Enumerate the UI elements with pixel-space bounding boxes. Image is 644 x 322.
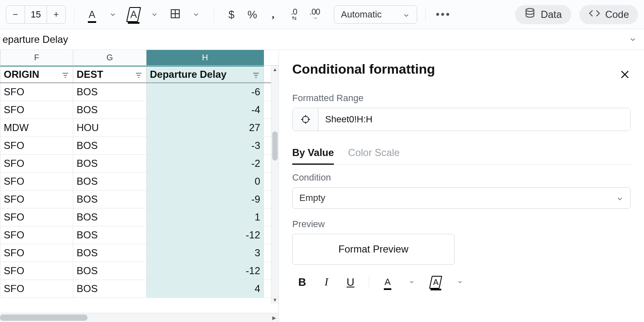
column-header-H[interactable]: H — [147, 50, 264, 65]
filter-icon[interactable] — [252, 70, 260, 79]
cell-origin[interactable]: SFO — [0, 280, 73, 297]
table-row[interactable]: SFOBOS-4 — [0, 101, 278, 119]
cell-origin[interactable]: MDW — [0, 119, 73, 136]
panel-fill-color-dropdown[interactable] — [450, 272, 470, 292]
tab-color-scale[interactable]: Color Scale — [348, 144, 400, 164]
horizontal-scrollbar[interactable]: ▶ — [0, 313, 278, 322]
table-row[interactable]: SFOBOS-2 — [0, 155, 278, 173]
table-row[interactable]: SFOBOS-3 — [0, 137, 278, 155]
vertical-scrollbar[interactable]: ▲ ▼ — [271, 66, 278, 304]
cell-origin[interactable]: SFO — [0, 208, 73, 226]
column-header-G[interactable]: G — [73, 50, 147, 65]
filter-icon[interactable] — [61, 70, 70, 79]
cell-delay[interactable]: -9 — [147, 191, 264, 208]
cell-delay[interactable]: 4 — [147, 280, 264, 297]
cell-origin[interactable]: SFO — [0, 191, 73, 208]
cell-delay[interactable]: -3 — [147, 137, 264, 154]
fill-color-dropdown[interactable] — [145, 5, 164, 24]
panel-text-color-dropdown[interactable] — [402, 272, 422, 292]
table-row[interactable]: SFOBOS4 — [0, 280, 278, 298]
cell-origin[interactable]: SFO — [0, 173, 73, 190]
range-input[interactable] — [318, 108, 630, 131]
increase-decimal-button[interactable]: .00→ — [306, 5, 324, 24]
formula-bar[interactable]: eparture Delay — [0, 29, 644, 50]
bold-button[interactable]: B — [292, 272, 312, 292]
cell-delay[interactable]: -6 — [147, 83, 264, 101]
scroll-thumb[interactable] — [272, 131, 278, 161]
data-chip[interactable]: Data — [515, 5, 571, 24]
cell-origin[interactable]: SFO — [0, 101, 73, 119]
cell-delay[interactable]: 0 — [147, 173, 264, 190]
fill-color-icon: A — [130, 9, 137, 20]
cell-dest[interactable]: HOU — [73, 119, 147, 136]
cell-delay[interactable]: -12 — [147, 262, 264, 280]
panel-fill-color-button[interactable]: A — [426, 272, 446, 292]
table-row[interactable]: SFOBOS-6 — [0, 83, 278, 101]
text-color-dropdown[interactable] — [104, 5, 122, 24]
underline-button[interactable]: U — [341, 272, 361, 292]
tab-by-value[interactable]: By Value — [292, 144, 334, 164]
cell-origin[interactable]: SFO — [0, 226, 73, 244]
table-row[interactable]: SFOBOS-9 — [0, 191, 278, 208]
cell-delay[interactable]: 27 — [147, 119, 264, 136]
cell-dest[interactable]: BOS — [73, 280, 147, 297]
cell-delay[interactable]: 1 — [147, 208, 264, 226]
table-row[interactable]: SFOBOS0 — [0, 173, 278, 191]
header-dest[interactable]: DEST — [73, 66, 147, 82]
cell-dest[interactable]: BOS — [73, 83, 147, 101]
chevron-down-icon[interactable] — [629, 36, 637, 43]
font-size-increase-button[interactable]: + — [47, 6, 65, 23]
cell-delay[interactable]: -4 — [147, 101, 264, 119]
close-button[interactable] — [619, 69, 631, 82]
format-preview[interactable]: Format Preview — [292, 234, 455, 265]
font-size-value[interactable]: 15 — [25, 6, 47, 23]
cell-dest[interactable]: BOS — [73, 101, 147, 119]
cell-dest[interactable]: BOS — [73, 137, 147, 154]
cell-dest[interactable]: BOS — [73, 226, 147, 244]
cell-dest[interactable]: BOS — [73, 155, 147, 172]
cell-dest[interactable]: BOS — [73, 244, 147, 262]
code-chip[interactable]: Code — [579, 5, 638, 24]
column-header-F[interactable]: F — [0, 50, 73, 65]
table-row[interactable]: MDWHOU27 — [0, 119, 278, 137]
cell-delay[interactable]: -12 — [147, 226, 264, 244]
currency-button[interactable]: $ — [222, 5, 241, 24]
table-row[interactable]: SFOBOS3 — [0, 244, 278, 262]
panel-text-color-button[interactable]: A — [378, 272, 398, 292]
cell-origin[interactable]: SFO — [0, 83, 73, 101]
fill-color-button[interactable]: A — [124, 5, 143, 24]
cell-origin[interactable]: SFO — [0, 244, 73, 262]
table-row[interactable]: SFOBOS-12 — [0, 262, 278, 280]
cell-delay[interactable]: 3 — [147, 244, 264, 262]
scroll-thumb[interactable] — [0, 315, 87, 321]
decrease-decimal-button[interactable]: .0⇆ — [285, 5, 303, 24]
thousands-button[interactable]: , — [264, 5, 282, 24]
toolbar: − 15 + A A $ % , .0⇆ .00→ Automatic ••• … — [0, 0, 644, 29]
scroll-up-icon[interactable]: ▲ — [271, 66, 278, 73]
italic-button[interactable]: I — [316, 272, 336, 292]
cell-dest[interactable]: BOS — [73, 262, 147, 280]
header-origin[interactable]: ORIGIN — [0, 66, 73, 82]
cell-delay[interactable]: -2 — [147, 155, 264, 172]
table-row[interactable]: SFOBOS1 — [0, 208, 278, 226]
text-color-button[interactable]: A — [83, 5, 101, 24]
condition-select[interactable]: Empty — [292, 187, 631, 209]
borders-dropdown[interactable] — [187, 5, 205, 24]
cell-origin[interactable]: SFO — [0, 155, 73, 172]
font-size-decrease-button[interactable]: − — [6, 6, 25, 23]
cell-dest[interactable]: BOS — [73, 173, 147, 190]
cell-origin[interactable]: SFO — [0, 137, 73, 154]
cell-origin[interactable]: SFO — [0, 262, 73, 280]
number-format-select[interactable]: Automatic — [334, 5, 417, 24]
scroll-down-icon[interactable]: ▼ — [271, 296, 278, 304]
filter-icon[interactable] — [134, 70, 143, 79]
table-row[interactable]: SFOBOS-12 — [0, 226, 278, 244]
header-delay[interactable]: Departure Delay — [147, 66, 264, 82]
percent-button[interactable]: % — [243, 5, 261, 24]
borders-button[interactable] — [166, 5, 184, 24]
cell-dest[interactable]: BOS — [73, 191, 147, 208]
scroll-right-icon[interactable]: ▶ — [269, 313, 278, 322]
range-picker-button[interactable] — [293, 108, 318, 131]
more-button[interactable]: ••• — [434, 5, 453, 24]
cell-dest[interactable]: BOS — [73, 208, 147, 226]
